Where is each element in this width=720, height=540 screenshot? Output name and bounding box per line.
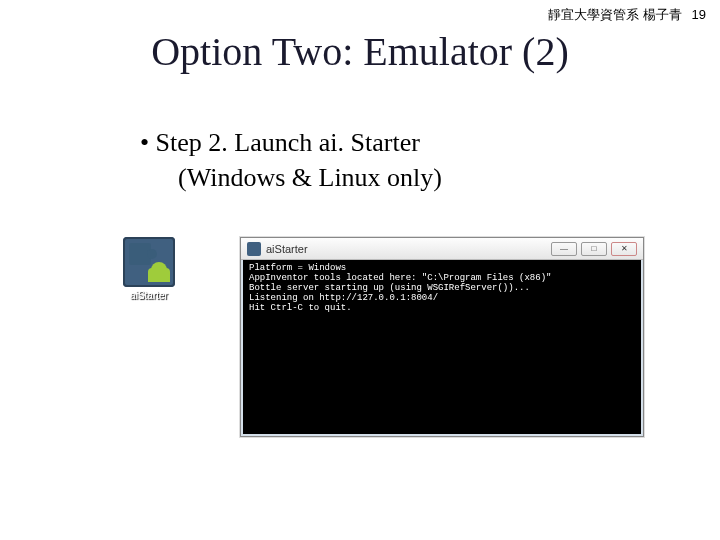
- bullet-line-1: • Step 2. Launch ai. Starter: [140, 125, 720, 160]
- bullet-block: • Step 2. Launch ai. Starter (Windows & …: [140, 125, 720, 195]
- window-controls: — □ ✕: [551, 242, 637, 256]
- terminal-line: Bottle server starting up (using WSGIRef…: [249, 283, 530, 293]
- terminal-window: aiStarter — □ ✕ Platform = Windows AppIn…: [240, 237, 644, 437]
- terminal-app-icon: [247, 242, 261, 256]
- terminal-title-text: aiStarter: [266, 243, 551, 255]
- terminal-titlebar[interactable]: aiStarter — □ ✕: [241, 238, 643, 260]
- terminal-line: Listening on http://127.0.0.1:8004/: [249, 293, 438, 303]
- maximize-button[interactable]: □: [581, 242, 607, 256]
- bullet-line-2: (Windows & Linux only): [178, 160, 720, 195]
- terminal-line: Hit Ctrl-C to quit.: [249, 303, 352, 313]
- minimize-button[interactable]: —: [551, 242, 577, 256]
- slide-title: Option Two: Emulator (2): [0, 28, 720, 75]
- close-button[interactable]: ✕: [611, 242, 637, 256]
- terminal-line: AppInventor tools located here: "C:\Prog…: [249, 273, 551, 283]
- aistarter-icon: [123, 237, 175, 287]
- terminal-line: Platform = Windows: [249, 263, 346, 273]
- content-row: aiStarter aiStarter — □ ✕ Platform = Win…: [118, 237, 720, 437]
- desktop-shortcut-aistarter[interactable]: aiStarter: [118, 237, 180, 301]
- desktop-shortcut-label: aiStarter: [130, 290, 168, 301]
- institution-text: 靜宜大學資管系 楊子青: [548, 7, 682, 22]
- header-meta: 靜宜大學資管系 楊子青 19: [548, 6, 706, 24]
- page-number: 19: [692, 7, 706, 22]
- terminal-body: Platform = Windows AppInventor tools loc…: [241, 260, 643, 436]
